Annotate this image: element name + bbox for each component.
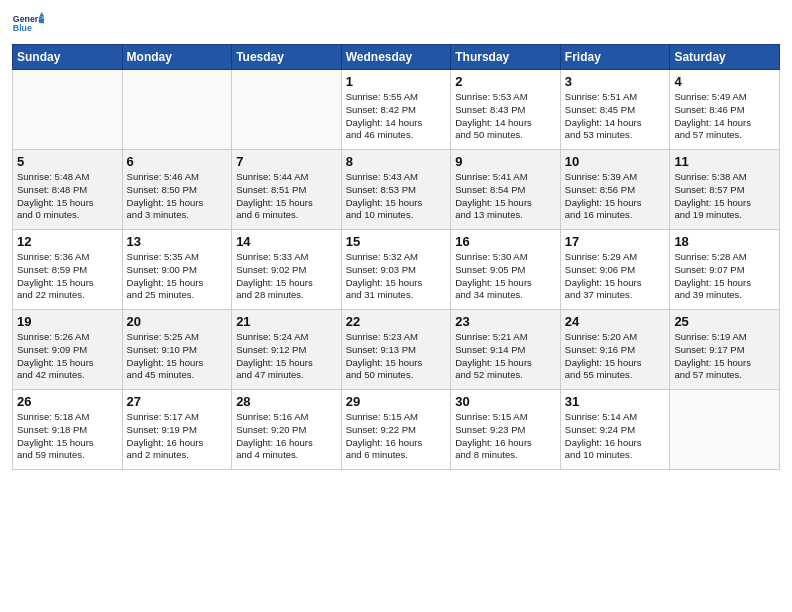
header-cell-monday: Monday — [122, 45, 232, 70]
cell-data: Sunrise: 5:24 AMSunset: 9:12 PMDaylight:… — [236, 331, 337, 382]
calendar-cell: 25Sunrise: 5:19 AMSunset: 9:17 PMDayligh… — [670, 310, 780, 390]
day-number: 10 — [565, 154, 666, 169]
day-number: 9 — [455, 154, 556, 169]
cell-data: Sunrise: 5:44 AMSunset: 8:51 PMDaylight:… — [236, 171, 337, 222]
header-cell-tuesday: Tuesday — [232, 45, 342, 70]
calendar-header: SundayMondayTuesdayWednesdayThursdayFrid… — [13, 45, 780, 70]
calendar-cell: 15Sunrise: 5:32 AMSunset: 9:03 PMDayligh… — [341, 230, 451, 310]
cell-data: Sunrise: 5:14 AMSunset: 9:24 PMDaylight:… — [565, 411, 666, 462]
day-number: 25 — [674, 314, 775, 329]
calendar-body: 1Sunrise: 5:55 AMSunset: 8:42 PMDaylight… — [13, 70, 780, 470]
week-row-3: 12Sunrise: 5:36 AMSunset: 8:59 PMDayligh… — [13, 230, 780, 310]
cell-data: Sunrise: 5:26 AMSunset: 9:09 PMDaylight:… — [17, 331, 118, 382]
cell-data: Sunrise: 5:36 AMSunset: 8:59 PMDaylight:… — [17, 251, 118, 302]
calendar-cell: 4Sunrise: 5:49 AMSunset: 8:46 PMDaylight… — [670, 70, 780, 150]
calendar-cell — [13, 70, 123, 150]
calendar-cell — [122, 70, 232, 150]
cell-data: Sunrise: 5:48 AMSunset: 8:48 PMDaylight:… — [17, 171, 118, 222]
calendar-cell: 9Sunrise: 5:41 AMSunset: 8:54 PMDaylight… — [451, 150, 561, 230]
cell-data: Sunrise: 5:49 AMSunset: 8:46 PMDaylight:… — [674, 91, 775, 142]
week-row-4: 19Sunrise: 5:26 AMSunset: 9:09 PMDayligh… — [13, 310, 780, 390]
cell-data: Sunrise: 5:30 AMSunset: 9:05 PMDaylight:… — [455, 251, 556, 302]
day-number: 20 — [127, 314, 228, 329]
cell-data: Sunrise: 5:18 AMSunset: 9:18 PMDaylight:… — [17, 411, 118, 462]
day-number: 6 — [127, 154, 228, 169]
header-cell-sunday: Sunday — [13, 45, 123, 70]
calendar-cell: 8Sunrise: 5:43 AMSunset: 8:53 PMDaylight… — [341, 150, 451, 230]
day-number: 2 — [455, 74, 556, 89]
day-number: 26 — [17, 394, 118, 409]
day-number: 4 — [674, 74, 775, 89]
day-number: 22 — [346, 314, 447, 329]
calendar-cell: 23Sunrise: 5:21 AMSunset: 9:14 PMDayligh… — [451, 310, 561, 390]
cell-data: Sunrise: 5:19 AMSunset: 9:17 PMDaylight:… — [674, 331, 775, 382]
calendar-cell: 2Sunrise: 5:53 AMSunset: 8:43 PMDaylight… — [451, 70, 561, 150]
day-number: 11 — [674, 154, 775, 169]
week-row-2: 5Sunrise: 5:48 AMSunset: 8:48 PMDaylight… — [13, 150, 780, 230]
day-number: 23 — [455, 314, 556, 329]
day-number: 19 — [17, 314, 118, 329]
calendar-cell: 16Sunrise: 5:30 AMSunset: 9:05 PMDayligh… — [451, 230, 561, 310]
calendar-cell: 31Sunrise: 5:14 AMSunset: 9:24 PMDayligh… — [560, 390, 670, 470]
calendar-cell: 6Sunrise: 5:46 AMSunset: 8:50 PMDaylight… — [122, 150, 232, 230]
cell-data: Sunrise: 5:15 AMSunset: 9:22 PMDaylight:… — [346, 411, 447, 462]
day-number: 1 — [346, 74, 447, 89]
header-row: SundayMondayTuesdayWednesdayThursdayFrid… — [13, 45, 780, 70]
week-row-1: 1Sunrise: 5:55 AMSunset: 8:42 PMDaylight… — [13, 70, 780, 150]
day-number: 16 — [455, 234, 556, 249]
calendar-cell: 12Sunrise: 5:36 AMSunset: 8:59 PMDayligh… — [13, 230, 123, 310]
header-cell-thursday: Thursday — [451, 45, 561, 70]
day-number: 27 — [127, 394, 228, 409]
calendar-cell: 13Sunrise: 5:35 AMSunset: 9:00 PMDayligh… — [122, 230, 232, 310]
day-number: 3 — [565, 74, 666, 89]
header: General Blue — [12, 10, 780, 38]
day-number: 30 — [455, 394, 556, 409]
cell-data: Sunrise: 5:46 AMSunset: 8:50 PMDaylight:… — [127, 171, 228, 222]
calendar-cell: 3Sunrise: 5:51 AMSunset: 8:45 PMDaylight… — [560, 70, 670, 150]
day-number: 5 — [17, 154, 118, 169]
cell-data: Sunrise: 5:28 AMSunset: 9:07 PMDaylight:… — [674, 251, 775, 302]
day-number: 13 — [127, 234, 228, 249]
header-cell-wednesday: Wednesday — [341, 45, 451, 70]
page-container: General Blue SundayMondayTuesdayWednesda… — [0, 0, 792, 478]
day-number: 15 — [346, 234, 447, 249]
calendar-cell: 17Sunrise: 5:29 AMSunset: 9:06 PMDayligh… — [560, 230, 670, 310]
logo: General Blue — [12, 10, 48, 38]
calendar-cell: 14Sunrise: 5:33 AMSunset: 9:02 PMDayligh… — [232, 230, 342, 310]
cell-data: Sunrise: 5:35 AMSunset: 9:00 PMDaylight:… — [127, 251, 228, 302]
cell-data: Sunrise: 5:51 AMSunset: 8:45 PMDaylight:… — [565, 91, 666, 142]
cell-data: Sunrise: 5:55 AMSunset: 8:42 PMDaylight:… — [346, 91, 447, 142]
calendar-cell — [232, 70, 342, 150]
svg-text:Blue: Blue — [13, 23, 32, 33]
calendar-cell: 22Sunrise: 5:23 AMSunset: 9:13 PMDayligh… — [341, 310, 451, 390]
cell-data: Sunrise: 5:21 AMSunset: 9:14 PMDaylight:… — [455, 331, 556, 382]
day-number: 29 — [346, 394, 447, 409]
day-number: 17 — [565, 234, 666, 249]
calendar-cell: 26Sunrise: 5:18 AMSunset: 9:18 PMDayligh… — [13, 390, 123, 470]
cell-data: Sunrise: 5:43 AMSunset: 8:53 PMDaylight:… — [346, 171, 447, 222]
day-number: 31 — [565, 394, 666, 409]
logo-icon: General Blue — [12, 10, 44, 38]
calendar-cell — [670, 390, 780, 470]
cell-data: Sunrise: 5:25 AMSunset: 9:10 PMDaylight:… — [127, 331, 228, 382]
calendar-table: SundayMondayTuesdayWednesdayThursdayFrid… — [12, 44, 780, 470]
day-number: 12 — [17, 234, 118, 249]
cell-data: Sunrise: 5:29 AMSunset: 9:06 PMDaylight:… — [565, 251, 666, 302]
cell-data: Sunrise: 5:17 AMSunset: 9:19 PMDaylight:… — [127, 411, 228, 462]
cell-data: Sunrise: 5:53 AMSunset: 8:43 PMDaylight:… — [455, 91, 556, 142]
cell-data: Sunrise: 5:15 AMSunset: 9:23 PMDaylight:… — [455, 411, 556, 462]
calendar-cell: 28Sunrise: 5:16 AMSunset: 9:20 PMDayligh… — [232, 390, 342, 470]
calendar-cell: 18Sunrise: 5:28 AMSunset: 9:07 PMDayligh… — [670, 230, 780, 310]
cell-data: Sunrise: 5:39 AMSunset: 8:56 PMDaylight:… — [565, 171, 666, 222]
cell-data: Sunrise: 5:32 AMSunset: 9:03 PMDaylight:… — [346, 251, 447, 302]
day-number: 14 — [236, 234, 337, 249]
calendar-cell: 21Sunrise: 5:24 AMSunset: 9:12 PMDayligh… — [232, 310, 342, 390]
day-number: 24 — [565, 314, 666, 329]
calendar-cell: 5Sunrise: 5:48 AMSunset: 8:48 PMDaylight… — [13, 150, 123, 230]
calendar-cell: 30Sunrise: 5:15 AMSunset: 9:23 PMDayligh… — [451, 390, 561, 470]
day-number: 28 — [236, 394, 337, 409]
cell-data: Sunrise: 5:23 AMSunset: 9:13 PMDaylight:… — [346, 331, 447, 382]
week-row-5: 26Sunrise: 5:18 AMSunset: 9:18 PMDayligh… — [13, 390, 780, 470]
day-number: 18 — [674, 234, 775, 249]
calendar-cell: 7Sunrise: 5:44 AMSunset: 8:51 PMDaylight… — [232, 150, 342, 230]
